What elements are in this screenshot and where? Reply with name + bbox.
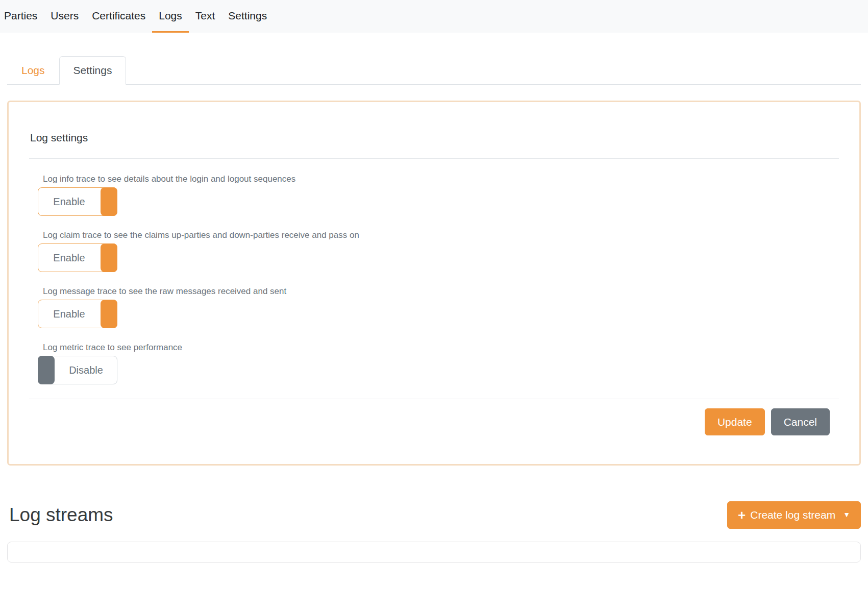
setting-label: Log message trace to see the raw message…	[43, 286, 839, 297]
update-button[interactable]: Update	[705, 408, 765, 435]
tab-bar: Logs Settings	[7, 56, 861, 85]
panel-button-row: Update Cancel	[29, 408, 830, 435]
tab-settings[interactable]: Settings	[59, 56, 127, 85]
topnav-item-settings[interactable]: Settings	[221, 0, 274, 33]
setting-group-message-trace: Log message trace to see the raw message…	[29, 286, 839, 328]
log-message-trace-toggle[interactable]: Enable	[38, 300, 117, 328]
plus-icon: +	[738, 508, 746, 522]
toggle-state-label: Enable	[53, 308, 85, 320]
toggle-state-label: Enable	[53, 196, 85, 208]
setting-group-claim-trace: Log claim trace to see the claims up-par…	[29, 230, 839, 272]
cancel-button[interactable]: Cancel	[771, 408, 830, 435]
create-log-stream-label: Create log stream	[750, 507, 835, 522]
chevron-down-icon: ▼	[843, 510, 850, 520]
panel-title: Log settings	[30, 132, 839, 144]
topnav-item-label: Parties	[4, 10, 37, 22]
toggle-state-label: Enable	[53, 252, 85, 264]
tab-label: Logs	[21, 64, 45, 76]
setting-group-metric-trace: Log metric trace to see performance Disa…	[29, 343, 839, 384]
tab-logs[interactable]: Logs	[7, 56, 59, 85]
log-streams-empty-list	[7, 542, 861, 563]
log-metric-trace-toggle[interactable]: Disable	[38, 356, 117, 384]
toggle-knob-icon	[38, 356, 55, 384]
topnav-item-label: Logs	[159, 10, 182, 22]
toggle-knob-icon	[101, 187, 117, 216]
topnav-item-label: Settings	[228, 10, 267, 22]
topnav-item-logs[interactable]: Logs	[152, 0, 189, 33]
topnav-item-certificates[interactable]: Certificates	[85, 0, 152, 33]
log-claim-trace-toggle[interactable]: Enable	[38, 243, 117, 272]
log-settings-panel: Log settings Log info trace to see detai…	[7, 101, 861, 466]
topnav-item-label: Certificates	[92, 10, 145, 22]
log-info-trace-toggle[interactable]: Enable	[38, 187, 117, 216]
topnav-item-users[interactable]: Users	[44, 0, 85, 33]
toggle-state-label: Disable	[69, 364, 103, 376]
setting-group-info-trace: Log info trace to see details about the …	[29, 174, 839, 216]
divider	[29, 399, 839, 399]
log-streams-header: Log streams + Create log stream ▼	[7, 501, 861, 528]
topnav-item-label: Users	[51, 10, 79, 22]
top-navbar: Parties Users Certificates Logs Text Set…	[0, 0, 868, 33]
tab-label: Settings	[73, 64, 112, 76]
create-log-stream-button[interactable]: + Create log stream ▼	[727, 501, 861, 528]
setting-label: Log claim trace to see the claims up-par…	[43, 230, 839, 240]
topnav-item-label: Text	[195, 10, 215, 22]
setting-label: Log metric trace to see performance	[43, 343, 839, 353]
divider	[29, 158, 839, 159]
setting-label: Log info trace to see details about the …	[43, 174, 839, 184]
topnav-item-text[interactable]: Text	[189, 0, 222, 33]
log-streams-title: Log streams	[9, 504, 113, 526]
toggle-knob-icon	[101, 243, 117, 272]
topnav-item-parties[interactable]: Parties	[0, 0, 44, 33]
toggle-knob-icon	[101, 300, 117, 328]
page-container: Logs Settings Log settings Log info trac…	[7, 56, 861, 563]
